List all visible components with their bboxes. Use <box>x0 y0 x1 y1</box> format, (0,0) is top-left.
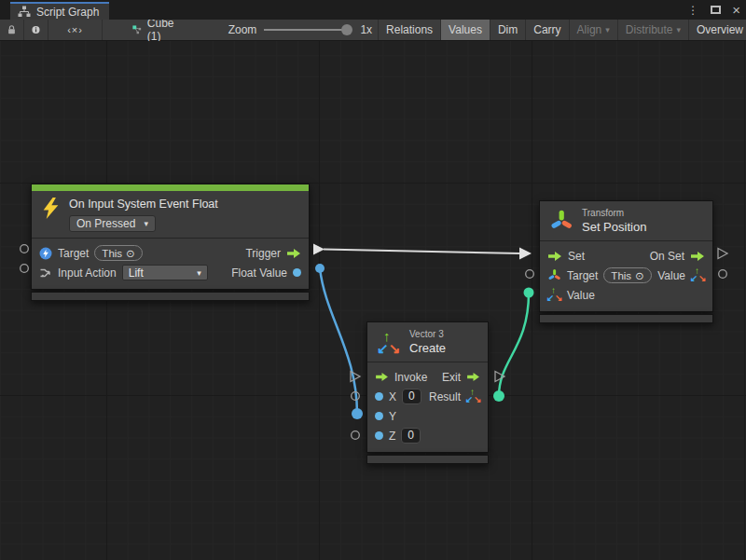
connection-result-to-value[interactable] <box>493 288 534 403</box>
outer-port-exit-output[interactable] <box>495 372 504 382</box>
vector3-port-icon[interactable]: ↑↙↘ <box>547 288 561 302</box>
outer-port-target-input[interactable] <box>21 245 29 253</box>
node-footer <box>366 455 489 464</box>
value-out-port-label: Value <box>657 269 685 282</box>
node-on-input-system-event-float[interactable]: On Input System Event Float On Pressed ▾… <box>31 184 310 301</box>
set-port-label: Set <box>568 250 585 263</box>
target-this-button[interactable]: This ⊙ <box>603 267 651 283</box>
relations-button[interactable]: Relations <box>378 20 440 40</box>
overview-button[interactable]: Overview <box>688 20 746 40</box>
port-row-target: Target This ⊙ Trigger <box>32 243 309 263</box>
zoom-value: 1x <box>360 23 372 36</box>
caret-down-icon: ▾ <box>676 25 681 34</box>
vector3-icon: ↑↙↘ <box>377 330 401 354</box>
float-port-icon[interactable] <box>375 412 383 420</box>
connection-floatvalue-to-y[interactable] <box>315 264 363 419</box>
flow-port-icon[interactable] <box>286 248 301 259</box>
graph-canvas[interactable]: On Input System Event Float On Pressed ▾… <box>0 41 746 560</box>
lock-button[interactable] <box>0 20 24 40</box>
float-value-port-label: Float Value <box>231 266 287 280</box>
outer-port-x-input[interactable] <box>352 392 360 401</box>
object-picker-icon: ⊙ <box>126 247 135 260</box>
close-icon[interactable]: × <box>732 3 740 17</box>
node-footer <box>31 292 310 301</box>
z-value-field[interactable]: 0 <box>401 428 421 444</box>
breadcrumb[interactable]: Cube (1) <box>125 20 186 40</box>
vector3-port-icon[interactable]: ↑↙↘ <box>466 389 480 403</box>
dim-button[interactable]: Dim <box>490 20 525 40</box>
caret-down-icon: ▾ <box>144 219 148 228</box>
connection-trigger-to-set[interactable] <box>313 244 532 260</box>
flow-port-icon[interactable] <box>466 372 480 382</box>
port-row-invoke: Invoke Exit <box>367 367 488 387</box>
flow-port-icon[interactable] <box>547 251 562 262</box>
lock-icon <box>7 23 16 36</box>
outer-port-inputaction-input[interactable] <box>21 265 29 273</box>
object-picker-icon: ⊙ <box>635 269 644 282</box>
window-menu-icon[interactable]: ⋮ <box>687 4 699 17</box>
graph-toolbar: ‹×› Cube (1) Zoom 1x Relations Values Di… <box>0 20 746 41</box>
x-value-field[interactable]: 0 <box>402 389 421 404</box>
float-port-icon[interactable] <box>375 392 383 401</box>
outer-port-onset-output[interactable] <box>718 249 727 259</box>
flow-port-icon[interactable] <box>375 372 389 382</box>
node-type-label: Vector 3 <box>409 329 446 339</box>
target-port-label: Target <box>58 247 89 260</box>
outer-port-value-output[interactable] <box>719 270 727 279</box>
node-transform-set-position[interactable]: Transform Set Position Set On Set <box>539 200 713 323</box>
y-port-label: Y <box>389 410 396 423</box>
on-set-port-label: On Set <box>650 250 684 263</box>
input-action-icon <box>39 266 52 280</box>
outer-port-transform-target-input[interactable] <box>526 270 534 279</box>
breadcrumb-label: Cube (1) <box>147 17 178 43</box>
port-row-set: Set On Set <box>540 246 712 266</box>
caret-down-icon: ▾ <box>197 268 201 278</box>
tab-script-graph[interactable]: Script Graph <box>10 2 109 20</box>
tab-title: Script Graph <box>36 6 99 19</box>
graph-info-button[interactable] <box>24 20 48 40</box>
event-type-dropdown[interactable]: On Pressed ▾ <box>69 215 156 232</box>
input-action-dropdown[interactable]: Lift ▾ <box>122 265 208 280</box>
values-button[interactable]: Values <box>440 20 490 40</box>
maximize-icon[interactable] <box>711 6 721 14</box>
outer-port-z-input[interactable] <box>352 431 360 440</box>
value-in-port-label: Value <box>567 289 595 302</box>
window-tab-bar: Script Graph ⋮ × <box>0 0 746 20</box>
node-type-label: Transform <box>582 208 646 218</box>
z-port-label: Z <box>389 430 395 443</box>
result-port-label: Result <box>429 390 461 403</box>
transform-port-icon[interactable] <box>547 268 561 282</box>
node-title: Set Position <box>582 220 646 234</box>
flow-port-icon[interactable] <box>690 251 705 262</box>
zoom-control: Zoom 1x <box>223 20 378 40</box>
x-port-label: X <box>389 390 396 403</box>
node-footer <box>539 314 713 323</box>
input-action-port-label: Input Action <box>58 266 117 280</box>
node-title: Create <box>409 341 446 355</box>
lightning-bolt-icon <box>43 198 59 219</box>
node-vector3-create[interactable]: ↑↙↘ Vector 3 Create Invoke Exit <box>366 321 489 464</box>
node-title: On Input System Event Float <box>69 198 218 211</box>
port-row-input-action: Input Action Lift ▾ Float Value <box>32 263 309 282</box>
port-row-x: X 0 Result ↑↙↘ <box>367 387 488 406</box>
preview-code-button[interactable]: ‹×› <box>48 20 103 40</box>
outer-port-invoke-input[interactable] <box>351 372 360 382</box>
vector3-port-icon[interactable]: ↑↙↘ <box>691 268 705 282</box>
align-button[interactable]: Align▾ <box>569 20 617 40</box>
invoke-port-label: Invoke <box>394 371 427 384</box>
zoom-slider[interactable] <box>264 24 352 35</box>
target-port-label: Target <box>567 269 598 282</box>
float-port-icon[interactable] <box>375 431 383 440</box>
carry-button[interactable]: Carry <box>525 20 568 40</box>
script-graph-asset-icon <box>132 23 142 36</box>
zoom-label: Zoom <box>228 23 257 36</box>
zoom-slider-handle[interactable] <box>341 24 352 35</box>
trigger-port-label: Trigger <box>245 247 281 260</box>
code-icon: ‹×› <box>67 24 83 35</box>
exit-port-label: Exit <box>442 371 461 384</box>
distribute-button[interactable]: Distribute▾ <box>617 20 688 40</box>
float-port-icon[interactable] <box>293 268 301 277</box>
transform-icon <box>549 209 573 233</box>
graph-hierarchy-icon <box>18 6 31 18</box>
target-this-button[interactable]: This ⊙ <box>94 245 142 261</box>
